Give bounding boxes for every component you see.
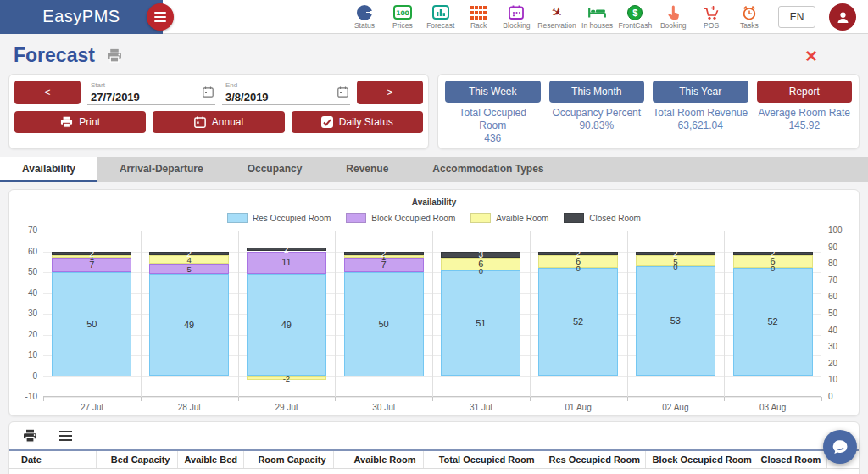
nav-item-status[interactable]: Status: [348, 4, 381, 30]
tab-revenue[interactable]: Revenue: [324, 157, 410, 182]
start-date-field[interactable]: Start 27/7/2019: [87, 81, 215, 105]
summary-card: This WeekThis MonthThis YearReport Total…: [437, 74, 860, 149]
tab-arrival-departure[interactable]: Arrival-Departure: [97, 157, 225, 182]
person-icon: [836, 10, 850, 25]
prev-period-button[interactable]: <: [14, 81, 81, 104]
this-year-button[interactable]: This Year: [653, 81, 748, 103]
table-cell: 27/07/2019: [9, 469, 96, 474]
stat-total-room-revenue: Total Room Revenue63,621.04: [653, 107, 748, 145]
chart-x-axis-labels: 27 Jul28 Jul29 Jul30 Jul31 Jul01 Aug02 A…: [43, 403, 821, 412]
x-axis-tick: [627, 397, 628, 401]
nav-item-pos[interactable]: POS: [694, 4, 728, 30]
y-axis-tick-left: 50: [15, 267, 37, 276]
column-header-block-occupied-room[interactable]: Block Occupied Room: [645, 450, 754, 469]
legend-item-closed-room[interactable]: Closed Room: [564, 213, 641, 223]
column-header-total-occupied-room[interactable]: Total Occupied Room: [423, 450, 542, 469]
bar-segment-res-occupied-room: [733, 268, 813, 376]
this-month-button[interactable]: This Month: [549, 81, 645, 103]
main-menu: Status100PricesForecastRackBlocking✈Rese…: [348, 0, 766, 34]
prices-tag-icon: 100: [393, 4, 412, 20]
nav-item-blocking[interactable]: Blocking: [499, 4, 533, 30]
nav-item-label: Blocking: [503, 21, 530, 30]
next-period-button[interactable]: >: [357, 81, 423, 104]
tab-occupancy[interactable]: Occupancy: [225, 157, 325, 182]
end-date-field[interactable]: End 3/8/2019: [222, 81, 350, 105]
annual-button[interactable]: Annual: [153, 111, 284, 133]
bar-segment-block-occupied-room: [344, 258, 424, 272]
legend-label: Res Occupied Room: [253, 214, 331, 223]
forecast-table-card: DateBed CapacityAvaible BedRoom Capacity…: [8, 421, 860, 474]
top-navbar: EasyPMS Status100PricesForecastRackBlock…: [0, 0, 868, 34]
column-header-closed-room[interactable]: Closed Room: [754, 450, 826, 469]
chart-legend: Res Occupied RoomBlock Occupied RoomAvai…: [16, 213, 852, 223]
x-axis-label: 03 Aug: [724, 403, 821, 412]
y-axis-tick-right: 80: [828, 259, 837, 268]
nav-item-prices[interactable]: 100Prices: [386, 4, 420, 30]
bar-segment-closed-room: [441, 252, 520, 258]
legend-label: Closed Room: [589, 214, 641, 223]
y-axis-tick-right: 90: [828, 243, 837, 252]
app-logo: EasyPMS: [42, 7, 120, 26]
legend-swatch: [564, 213, 584, 223]
printer-icon: [60, 116, 73, 128]
print-page-icon[interactable]: [107, 48, 122, 63]
y-axis-tick-left: 30: [15, 309, 37, 318]
x-axis-label: 27 Jul: [43, 403, 141, 412]
tasks-clock-icon: [742, 4, 757, 20]
chart-group-separator: [432, 231, 433, 400]
chat-widget-button[interactable]: [823, 430, 857, 464]
nav-item-tasks[interactable]: Tasks: [732, 4, 766, 30]
table-row: 27/07/201920066601575072: [9, 469, 859, 474]
x-axis-tick: [238, 397, 239, 401]
column-header-avaible-bed[interactable]: Avaible Bed: [177, 450, 243, 469]
legend-item-avaible-room[interactable]: Avaible Room: [470, 213, 548, 223]
column-header-res-occupied-room[interactable]: Res Occupied Room: [542, 450, 645, 469]
nav-item-rack[interactable]: Rack: [462, 4, 496, 30]
column-header-avaible-room[interactable]: Avaible Room: [333, 450, 423, 469]
nav-item-forecast[interactable]: Forecast: [424, 4, 458, 30]
tab-availability[interactable]: Availability: [0, 157, 97, 182]
x-axis-label: 01 Aug: [530, 403, 627, 412]
stat-label: Average Room Rate: [757, 107, 853, 120]
print-table-icon[interactable]: [23, 429, 37, 443]
report-button[interactable]: Report: [757, 81, 853, 103]
nav-item-label: Booking: [660, 21, 687, 30]
column-header-room-capacity[interactable]: Room Capacity: [243, 450, 333, 469]
bar-segment-closed-room: [149, 252, 229, 256]
calendar-icon[interactable]: [203, 86, 214, 101]
bar-segment-res-occupied-room: [247, 274, 326, 376]
x-axis-tick: [43, 397, 44, 401]
legend-item-res-occupied-room[interactable]: Res Occupied Room: [227, 213, 331, 223]
x-axis-label: 30 Jul: [335, 403, 432, 412]
hamburger-menu-button[interactable]: [147, 3, 174, 31]
nav-item-label: Tasks: [740, 21, 759, 30]
nav-item-booking[interactable]: Booking: [656, 4, 690, 30]
bar-segment-block-occupied-room: [52, 258, 131, 272]
bar-segment-block-occupied-room: [247, 252, 326, 275]
x-axis-label: 29 Jul: [238, 403, 336, 412]
legend-item-block-occupied-room[interactable]: Block Occupied Room: [346, 213, 455, 223]
close-icon[interactable]: ×: [805, 46, 817, 66]
tab-accommodation-types[interactable]: Accommodation Types: [410, 157, 565, 182]
print-button[interactable]: Print: [14, 111, 146, 133]
daily-status-toggle[interactable]: Daily Status: [292, 111, 423, 133]
status-pie-icon: [357, 4, 372, 20]
bar-segment-avaible-room: [52, 255, 131, 257]
column-header-date[interactable]: Date: [9, 450, 96, 469]
stat-average-room-rate: Average Room Rate145.92: [757, 107, 853, 145]
nav-item-label: Prices: [392, 21, 413, 30]
calendar-icon[interactable]: [337, 86, 348, 101]
language-button[interactable]: EN: [778, 6, 815, 28]
nav-item-reservation[interactable]: ✈Reservation: [537, 4, 576, 30]
table-menu-icon[interactable]: [59, 431, 72, 442]
bar-segment-avaible-room: [733, 255, 813, 268]
column-header-bed-capacity[interactable]: Bed Capacity: [96, 450, 177, 469]
nav-item-frontcash[interactable]: $FrontCash: [618, 4, 652, 30]
user-avatar[interactable]: [829, 3, 856, 31]
this-week-button[interactable]: This Week: [445, 81, 541, 103]
bar-segment-closed-room: [52, 252, 131, 256]
table-cell: 66: [177, 469, 243, 474]
y-axis-tick-right: 20: [828, 359, 837, 368]
date-controls-card: < Start 27/7/2019 End 3/8/2019 > Print: [8, 74, 429, 149]
nav-item-in-houses[interactable]: In houses: [581, 4, 615, 30]
